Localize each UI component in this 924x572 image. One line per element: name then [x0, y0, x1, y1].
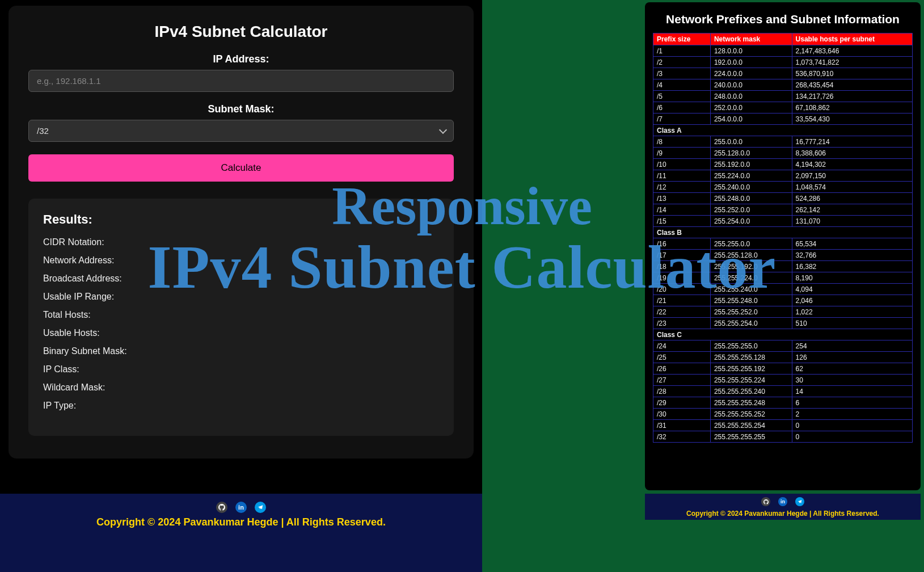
table-cell: /32 — [653, 431, 711, 443]
github-icon[interactable] — [761, 497, 770, 506]
table-cell: 16,382 — [792, 261, 912, 272]
table-row: /7254.0.0.033,554,430 — [653, 113, 913, 125]
table-cell: /26 — [653, 363, 711, 375]
result-row: Binary Subnet Mask: — [43, 346, 439, 356]
calculator-card: IPv4 Subnet Calculator IP Address: Subne… — [9, 6, 474, 459]
table-cell: 254.0.0.0 — [710, 113, 792, 125]
table-header: Prefix size — [653, 33, 711, 45]
class-heading-cell: Class C — [653, 329, 913, 340]
table-cell: 255.255.255.248 — [710, 397, 792, 409]
table-cell: /31 — [653, 420, 711, 431]
social-row-small: in — [645, 497, 921, 506]
table-row: /12255.240.0.01,048,574 — [653, 182, 913, 193]
table-cell: 2,147,483,646 — [792, 45, 912, 57]
result-row: Wildcard Mask: — [43, 382, 439, 393]
table-row: /14255.252.0.0262,142 — [653, 204, 913, 216]
table-cell: 6 — [792, 397, 912, 409]
telegram-icon[interactable] — [795, 497, 804, 506]
table-row: /32255.255.255.2550 — [653, 431, 913, 443]
table-cell: 14 — [792, 386, 912, 397]
table-row: /22255.255.252.01,022 — [653, 306, 913, 318]
table-cell: 252.0.0.0 — [710, 102, 792, 113]
prefix-table: Prefix sizeNetwork maskUsable hosts per … — [653, 33, 913, 443]
table-cell: /25 — [653, 352, 711, 363]
table-cell: 255.192.0.0 — [710, 159, 792, 170]
table-cell: 524,286 — [792, 193, 912, 204]
table-cell: /24 — [653, 340, 711, 352]
table-row: /26255.255.255.19262 — [653, 363, 913, 375]
table-cell: 255.255.255.128 — [710, 352, 792, 363]
table-cell: 32,766 — [792, 250, 912, 261]
result-row: Usable IP Range: — [43, 292, 439, 302]
table-cell: /13 — [653, 193, 711, 204]
table-cell: 255.248.0.0 — [710, 193, 792, 204]
table-cell: 30 — [792, 375, 912, 386]
table-cell: 240.0.0.0 — [710, 79, 792, 91]
table-cell: 33,554,430 — [792, 113, 912, 125]
table-cell: /17 — [653, 250, 711, 261]
class-heading-cell: Class A — [653, 125, 913, 136]
calculator-title: IPv4 Subnet Calculator — [28, 23, 454, 41]
table-cell: 0 — [792, 420, 912, 431]
table-cell: 255.254.0.0 — [710, 216, 792, 227]
table-cell: 255.255.255.252 — [710, 409, 792, 420]
table-cell: 134,217,726 — [792, 91, 912, 102]
table-cell: 262,142 — [792, 204, 912, 216]
table-cell: 8,190 — [792, 272, 912, 284]
subnet-mask-label: Subnet Mask: — [28, 103, 454, 115]
table-row: /15255.254.0.0131,070 — [653, 216, 913, 227]
table-cell: 65,534 — [792, 238, 912, 250]
table-cell: 128.0.0.0 — [710, 45, 792, 57]
table-cell: /3 — [653, 68, 711, 79]
subnet-mask-select[interactable]: /32 — [28, 120, 454, 142]
table-row: /29255.255.255.2486 — [653, 397, 913, 409]
table-cell: 255.255.240.0 — [710, 284, 792, 295]
results-card: Results: CIDR Notation:Network Address:B… — [28, 199, 454, 436]
table-row: /23255.255.254.0510 — [653, 318, 913, 329]
table-row: /19255.255.224.08,190 — [653, 272, 913, 284]
table-cell: 2 — [792, 409, 912, 420]
table-cell: /10 — [653, 159, 711, 170]
result-row: CIDR Notation: — [43, 237, 439, 247]
table-cell: 255.255.254.0 — [710, 318, 792, 329]
table-row: /11255.224.0.02,097,150 — [653, 170, 913, 182]
table-row: /17255.255.128.032,766 — [653, 250, 913, 261]
table-cell: 248.0.0.0 — [710, 91, 792, 102]
table-row: /27255.255.255.22430 — [653, 375, 913, 386]
result-row: IP Class: — [43, 364, 439, 375]
linkedin-icon[interactable]: in — [235, 502, 247, 513]
github-icon[interactable] — [216, 502, 227, 513]
table-cell: 192.0.0.0 — [710, 57, 792, 68]
telegram-icon[interactable] — [255, 502, 266, 513]
table-cell: 255.255.224.0 — [710, 272, 792, 284]
class-heading-cell: Class B — [653, 227, 913, 238]
table-cell: 254 — [792, 340, 912, 352]
table-row: /8255.0.0.016,777,214 — [653, 136, 913, 148]
table-cell: 268,435,454 — [792, 79, 912, 91]
copyright-text: Copyright © 2024 Pavankumar Hegde | All … — [0, 516, 482, 528]
table-cell: /7 — [653, 113, 711, 125]
table-cell: 510 — [792, 318, 912, 329]
table-cell: /21 — [653, 295, 711, 306]
table-cell: 255.0.0.0 — [710, 136, 792, 148]
table-cell: /18 — [653, 261, 711, 272]
table-row: /10255.192.0.04,194,302 — [653, 159, 913, 170]
table-cell: 2,046 — [792, 295, 912, 306]
table-cell: /27 — [653, 375, 711, 386]
subnet-mask-select-wrap[interactable]: /32 — [28, 120, 454, 142]
table-row: /28255.255.255.24014 — [653, 386, 913, 397]
table-cell: /11 — [653, 170, 711, 182]
table-row: /6252.0.0.067,108,862 — [653, 102, 913, 113]
linkedin-icon[interactable]: in — [778, 497, 787, 506]
table-cell: /30 — [653, 409, 711, 420]
calculate-button[interactable]: Calculate — [28, 154, 454, 182]
table-cell: 4,094 — [792, 284, 912, 295]
table-header: Usable hosts per subnet — [792, 33, 912, 45]
table-cell: /9 — [653, 148, 711, 159]
table-cell: 255.255.255.192 — [710, 363, 792, 375]
table-row: /18255.255.192.016,382 — [653, 261, 913, 272]
table-cell: 255.128.0.0 — [710, 148, 792, 159]
ip-address-input[interactable] — [28, 70, 454, 92]
table-cell: /28 — [653, 386, 711, 397]
table-row: /4240.0.0.0268,435,454 — [653, 79, 913, 91]
